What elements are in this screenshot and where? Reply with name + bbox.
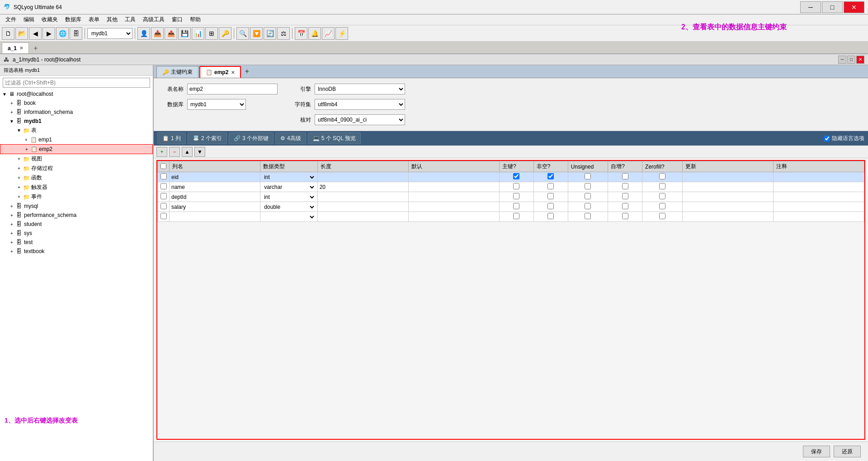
row-4-comment-cell[interactable] <box>773 212 864 222</box>
row-2-autoinc-checkbox[interactable] <box>622 193 628 199</box>
toolbar-compare[interactable]: ⚖ <box>277 27 290 40</box>
hide-lang-checkbox[interactable] <box>824 136 830 141</box>
row-4-name-input[interactable] <box>171 214 258 220</box>
tree-item-procs[interactable]: + 📁 存储过程 <box>0 164 153 173</box>
row-4-type-cell[interactable] <box>260 212 318 222</box>
row-0-zerofill-checkbox[interactable] <box>659 173 665 179</box>
row-2-comment-cell[interactable] <box>773 192 864 202</box>
add-row-button[interactable]: + <box>156 147 167 157</box>
expander-student[interactable]: + <box>8 222 15 227</box>
toolbar-forward[interactable]: ▶ <box>42 27 55 40</box>
row-2-name-cell[interactable] <box>170 192 260 202</box>
row-4-pk-checkbox[interactable] <box>513 213 519 219</box>
row-0-default-cell[interactable] <box>408 172 499 182</box>
row-0-update-input[interactable] <box>684 174 771 180</box>
row-3-type-cell[interactable]: double <box>260 202 318 212</box>
row-0-len-cell[interactable] <box>317 172 408 182</box>
table-row[interactable]: int <box>158 172 864 182</box>
expander-funcs[interactable]: + <box>15 175 23 180</box>
row-2-len-cell[interactable] <box>317 192 408 202</box>
subtab-columns[interactable]: 📋 1 列 <box>157 132 186 144</box>
expander-emp2[interactable]: + <box>23 147 30 152</box>
toolbar-import[interactable]: 📥 <box>151 27 164 40</box>
row-0-type-cell[interactable]: int <box>260 172 318 182</box>
tree-item-root[interactable]: ▼ 🖥 root@localhost <box>0 89 153 99</box>
select-all-checkbox[interactable] <box>160 163 166 169</box>
row-4-update-cell[interactable] <box>682 212 773 222</box>
row-2-name-input[interactable] <box>171 194 258 200</box>
row-3-update-cell[interactable] <box>682 202 773 212</box>
row-0-len-input[interactable] <box>320 174 406 180</box>
remove-row-button[interactable]: − <box>169 147 180 157</box>
row-0-autoinc-checkbox[interactable] <box>622 173 628 179</box>
row-2-default-cell[interactable] <box>408 192 499 202</box>
move-down-button[interactable]: ▼ <box>194 147 205 157</box>
row-2-comment-input[interactable] <box>775 194 862 200</box>
row-1-checkbox[interactable] <box>160 183 167 189</box>
tree-item-funcs[interactable]: + 📁 函数 <box>0 173 153 183</box>
expander-book[interactable]: + <box>8 101 15 106</box>
menu-advanced[interactable]: 高级工具 <box>139 15 168 24</box>
row-1-type-select[interactable]: varchar <box>262 183 316 191</box>
restore-button[interactable]: □ <box>822 1 843 13</box>
tab-a1-close[interactable]: ✕ <box>19 46 23 51</box>
row-2-type-cell[interactable]: int <box>260 192 318 202</box>
row-2-type-select[interactable]: int <box>262 193 316 201</box>
conn-minimize[interactable]: ─ <box>838 56 846 64</box>
tab-emp2[interactable]: 📋 emp2 ✕ <box>199 66 241 78</box>
toolbar-table[interactable]: 📊 <box>192 27 204 40</box>
row-0-comment-input[interactable] <box>775 174 862 180</box>
row-3-len-input[interactable] <box>320 204 406 210</box>
row-1-zerofill-checkbox[interactable] <box>659 183 665 189</box>
row-0-unsigned-checkbox[interactable] <box>585 173 591 179</box>
table-row[interactable]: varchar <box>158 182 864 192</box>
row-0-comment-cell[interactable] <box>773 172 864 182</box>
row-3-unsigned-checkbox[interactable] <box>585 203 591 209</box>
tree-item-sys[interactable]: + 🗄 sys <box>0 229 153 238</box>
row-3-pk-checkbox[interactable] <box>513 203 519 209</box>
row-1-comment-input[interactable] <box>775 184 862 190</box>
row-0-default-input[interactable] <box>410 174 497 180</box>
row-0-name-input[interactable] <box>171 174 258 180</box>
row-3-name-input[interactable] <box>171 204 258 210</box>
toolbar-open[interactable]: 📂 <box>15 27 28 40</box>
expander-emp1[interactable]: + <box>23 137 30 142</box>
subtab-foreign-keys[interactable]: 🔗 3 个外部键 <box>229 132 274 144</box>
close-button[interactable]: ✕ <box>844 1 864 13</box>
expander-perf[interactable]: + <box>8 213 15 218</box>
minimize-button[interactable]: ─ <box>800 1 821 13</box>
row-4-zerofill-checkbox[interactable] <box>659 213 665 219</box>
toolbar-db[interactable]: 🗄 <box>70 27 82 40</box>
row-2-zerofill-checkbox[interactable] <box>659 193 665 199</box>
database-dropdown[interactable]: mydb1 <box>87 28 132 39</box>
row-1-pk-checkbox[interactable] <box>513 183 519 189</box>
engine-select[interactable]: InnoDB <box>315 84 405 94</box>
row-1-comment-cell[interactable] <box>773 182 864 192</box>
row-4-notnull-checkbox[interactable] <box>547 213 554 219</box>
menu-window[interactable]: 窗口 <box>168 15 186 24</box>
tree-item-perf-schema[interactable]: + 🗄 performance_schema <box>0 211 153 220</box>
toolbar-perf[interactable]: ⚡ <box>335 27 348 40</box>
row-0-type-select[interactable]: int <box>262 174 316 181</box>
row-1-name-input[interactable] <box>171 184 258 190</box>
toolbar-monitor[interactable]: 📈 <box>322 27 335 40</box>
expander-sys[interactable]: + <box>8 231 15 236</box>
menu-favorites[interactable]: 收藏夹 <box>38 15 61 24</box>
data-table-wrapper[interactable]: 列名 数据类型 长度 默认 主键? 非空? Unsigned 自增? Zerof… <box>157 161 864 222</box>
tree-item-events[interactable]: + 📁 事件 <box>0 192 153 202</box>
row-4-len-cell[interactable] <box>317 212 408 222</box>
toolbar-back[interactable]: ◀ <box>29 27 42 40</box>
row-2-notnull-checkbox[interactable] <box>547 193 554 199</box>
row-0-update-cell[interactable] <box>682 172 773 182</box>
row-1-type-cell[interactable]: varchar <box>260 182 318 192</box>
row-1-update-cell[interactable] <box>682 182 773 192</box>
table-row[interactable]: int <box>158 192 864 202</box>
row-0-checkbox[interactable] <box>160 173 167 179</box>
toolbar-save[interactable]: 💾 <box>178 27 191 40</box>
tree-item-test[interactable]: + 🗄 test <box>0 238 153 247</box>
row-2-checkbox[interactable] <box>160 193 167 199</box>
db-select[interactable]: mydb1 <box>187 99 246 110</box>
sidebar-filter-input[interactable] <box>3 78 150 88</box>
tab-emp2-close[interactable]: ✕ <box>231 70 235 75</box>
row-3-len-cell[interactable] <box>317 202 408 212</box>
